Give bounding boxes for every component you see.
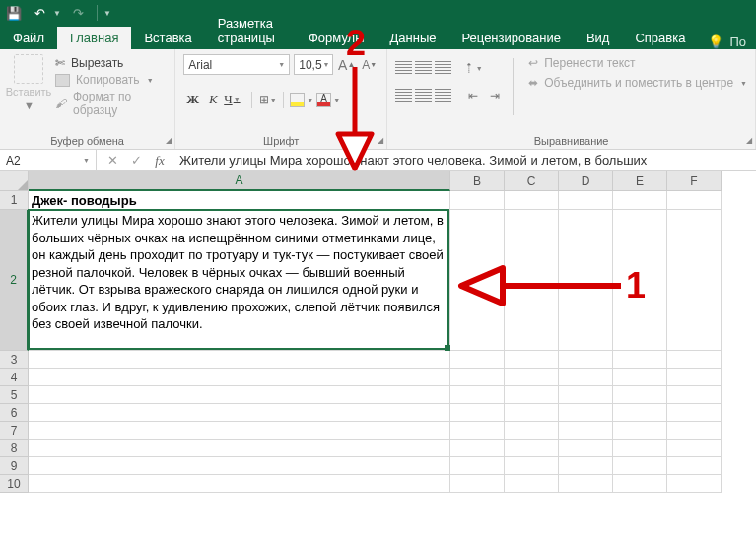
- cell-E1[interactable]: [613, 191, 667, 210]
- row-header-1[interactable]: 1: [0, 191, 29, 210]
- cell-B4[interactable]: [450, 369, 505, 386]
- cell-B8[interactable]: [450, 440, 505, 457]
- dialog-launcher-icon[interactable]: ◢: [166, 136, 172, 145]
- cell-F8[interactable]: [667, 440, 722, 457]
- cell-D2[interactable]: [559, 210, 613, 351]
- select-all-corner[interactable]: [0, 171, 29, 191]
- tab-view[interactable]: Вид: [574, 27, 623, 49]
- col-header-F[interactable]: F: [667, 171, 722, 191]
- cell-C3[interactable]: [505, 351, 559, 369]
- undo-icon[interactable]: ↶: [32, 5, 47, 21]
- cell-D6[interactable]: [559, 404, 613, 422]
- cell-F5[interactable]: [667, 386, 722, 404]
- cell-D10[interactable]: [559, 475, 613, 493]
- align-middle-icon[interactable]: [415, 61, 432, 75]
- qat-customize-icon[interactable]: ▼: [103, 9, 111, 18]
- col-header-A[interactable]: A: [29, 171, 450, 191]
- cell-F3[interactable]: [667, 351, 722, 369]
- cell-D9[interactable]: [559, 457, 613, 475]
- fx-icon[interactable]: fx: [148, 153, 172, 169]
- row-header-2[interactable]: 2: [0, 210, 29, 351]
- decrease-font-icon[interactable]: A▼: [360, 55, 378, 75]
- cell-C5[interactable]: [505, 386, 559, 404]
- cell-C9[interactable]: [505, 457, 559, 475]
- cell-A3[interactable]: [29, 351, 450, 369]
- cell-F7[interactable]: [667, 422, 722, 440]
- row-header-3[interactable]: 3: [0, 351, 29, 369]
- cell-A9[interactable]: [29, 457, 450, 475]
- cell-A8[interactable]: [29, 440, 450, 457]
- cell-D1[interactable]: [559, 191, 613, 210]
- cell-B1[interactable]: [450, 191, 505, 210]
- cell-F10[interactable]: [667, 475, 722, 493]
- row-header-5[interactable]: 5: [0, 386, 29, 404]
- save-icon[interactable]: 💾: [6, 5, 22, 21]
- font-size-select[interactable]: 10,5▼: [294, 54, 333, 75]
- cell-B7[interactable]: [450, 422, 505, 440]
- undo-dropdown-icon[interactable]: ▼: [53, 9, 61, 18]
- format-painter-button[interactable]: 🖌 Формат по образцу: [55, 90, 167, 117]
- tab-page-layout[interactable]: Разметка страницы: [205, 12, 296, 49]
- paste-button[interactable]: Вставить ▼: [8, 54, 49, 147]
- dialog-launcher-icon[interactable]: ◢: [378, 136, 383, 145]
- cell-E8[interactable]: [613, 440, 667, 457]
- cell-C4[interactable]: [505, 369, 559, 386]
- col-header-E[interactable]: E: [613, 171, 667, 191]
- tab-file[interactable]: Файл: [0, 27, 57, 49]
- cell-F9[interactable]: [667, 457, 722, 475]
- tab-formulas[interactable]: Формулы: [296, 27, 378, 49]
- wrap-text-button[interactable]: ↩ Перенести текст: [528, 56, 747, 70]
- cancel-icon[interactable]: ✕: [101, 153, 124, 168]
- row-header-9[interactable]: 9: [0, 457, 29, 475]
- cell-F1[interactable]: [667, 191, 722, 210]
- cell-F2[interactable]: [667, 210, 722, 351]
- cell-C10[interactable]: [505, 475, 559, 493]
- orientation-button[interactable]: ⭫▼: [463, 58, 482, 78]
- cell-C1[interactable]: [505, 191, 559, 210]
- tell-me[interactable]: 💡 По: [698, 34, 756, 49]
- cell-E4[interactable]: [613, 369, 667, 386]
- cell-A5[interactable]: [29, 386, 450, 404]
- italic-button[interactable]: К: [205, 92, 221, 107]
- align-left-icon[interactable]: [395, 89, 412, 102]
- increase-font-icon[interactable]: A▲: [337, 55, 356, 75]
- cell-A6[interactable]: [29, 404, 450, 422]
- tab-review[interactable]: Рецензирование: [449, 27, 574, 49]
- cell-F4[interactable]: [667, 369, 722, 386]
- cell-B6[interactable]: [450, 404, 505, 422]
- cell-B10[interactable]: [450, 475, 505, 493]
- cell-C8[interactable]: [505, 440, 559, 457]
- cell-B3[interactable]: [450, 351, 505, 369]
- cell-E7[interactable]: [613, 422, 667, 440]
- increase-indent-icon[interactable]: ⇥: [485, 86, 504, 105]
- cell-B9[interactable]: [450, 457, 505, 475]
- cell-E9[interactable]: [613, 457, 667, 475]
- dialog-launcher-icon[interactable]: ◢: [746, 136, 752, 145]
- cell-D7[interactable]: [559, 422, 613, 440]
- cell-E3[interactable]: [613, 351, 667, 369]
- formula-input[interactable]: Жители улицы Мира хорошо знают этого чел…: [175, 153, 756, 168]
- align-center-icon[interactable]: [415, 89, 432, 102]
- tab-help[interactable]: Справка: [622, 27, 698, 49]
- cell-E10[interactable]: [613, 475, 667, 493]
- cell-D3[interactable]: [559, 351, 613, 369]
- borders-button[interactable]: ⊞▼: [258, 90, 277, 109]
- row-header-4[interactable]: 4: [0, 369, 29, 386]
- cell-C2[interactable]: [505, 210, 559, 351]
- cell-A10[interactable]: [29, 475, 450, 493]
- redo-icon[interactable]: ↷: [71, 5, 87, 21]
- tab-home[interactable]: Главная: [57, 27, 131, 49]
- row-header-8[interactable]: 8: [0, 440, 29, 457]
- cell-C7[interactable]: [505, 422, 559, 440]
- font-color-button[interactable]: A▼: [316, 93, 340, 107]
- cell-E5[interactable]: [613, 386, 667, 404]
- cell-D8[interactable]: [559, 440, 613, 457]
- cell-C6[interactable]: [505, 404, 559, 422]
- cell-A4[interactable]: [29, 369, 450, 386]
- col-header-C[interactable]: C: [505, 171, 559, 191]
- row-header-10[interactable]: 10: [0, 475, 29, 493]
- font-name-select[interactable]: Arial▼: [183, 54, 290, 75]
- cell-A1[interactable]: Джек- поводырь: [29, 191, 450, 210]
- cell-B5[interactable]: [450, 386, 505, 404]
- cell-D5[interactable]: [559, 386, 613, 404]
